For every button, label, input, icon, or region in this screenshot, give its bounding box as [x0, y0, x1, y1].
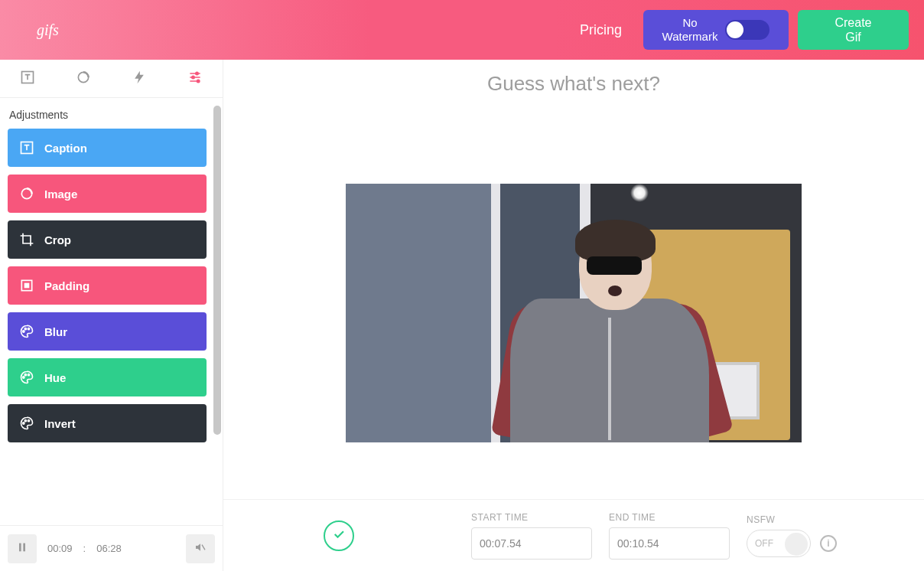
tool-tabs — [0, 60, 223, 98]
confirm-button[interactable] — [324, 520, 354, 551]
start-time-field: START TIME — [471, 512, 592, 560]
end-time-label: END TIME — [609, 512, 730, 523]
tool-tab-text[interactable] — [0, 60, 56, 97]
total-duration: 06:28 — [96, 543, 122, 554]
svg-point-15 — [23, 423, 24, 424]
svg-point-16 — [24, 420, 26, 422]
preview-area: Guess what's next? — [223, 60, 924, 571]
palette-icon — [18, 323, 35, 340]
create-gif-button[interactable]: Create Gif — [798, 10, 909, 50]
toggle-pill — [725, 20, 769, 40]
svg-point-14 — [28, 374, 29, 376]
svg-point-10 — [24, 328, 26, 330]
bottom-form: START TIME END TIME NSFW OFF i — [223, 499, 924, 571]
nsfw-field: NSFW OFF i — [747, 514, 837, 557]
current-time: 00:09 — [47, 543, 73, 554]
svg-point-2 — [195, 72, 197, 74]
start-time-input[interactable] — [471, 527, 592, 560]
end-time-field: END TIME — [609, 512, 730, 560]
end-time-input[interactable] — [609, 527, 730, 560]
app-header: gifs Pricing No Watermark Create Gif — [0, 0, 924, 60]
progress-ring-icon — [76, 70, 91, 88]
tool-tab-effects[interactable] — [112, 60, 168, 97]
adjustment-label: Padding — [44, 279, 89, 292]
adjustment-label: Invert — [44, 417, 76, 430]
toggle-knob — [727, 21, 743, 38]
tool-tab-shape[interactable] — [56, 60, 112, 97]
mute-button[interactable] — [186, 534, 215, 563]
svg-point-12 — [23, 377, 24, 378]
svg-rect-18 — [19, 543, 21, 552]
info-icon: i — [827, 538, 829, 549]
nsfw-label: NSFW — [747, 514, 837, 525]
video-wrap — [223, 103, 924, 522]
watermark-label: No Watermark — [662, 16, 718, 44]
palette-icon — [18, 415, 35, 432]
svg-rect-8 — [25, 284, 29, 288]
text-frame-icon — [20, 70, 35, 88]
adjustment-invert[interactable]: Invert — [8, 404, 207, 442]
padding-icon — [18, 277, 35, 294]
image-icon — [18, 185, 35, 202]
start-time-label: START TIME — [471, 512, 592, 523]
adjustments-title: Adjustments — [8, 106, 215, 129]
adjustment-label: Hue — [44, 371, 66, 384]
svg-point-3 — [191, 76, 194, 78]
crop-icon — [18, 231, 35, 248]
sliders-icon — [187, 70, 203, 88]
svg-point-17 — [28, 420, 29, 422]
adjustment-crop[interactable]: Crop — [8, 220, 207, 259]
svg-point-4 — [197, 80, 199, 82]
nsfw-info-button[interactable]: i — [820, 535, 837, 552]
play-bar: 00:09 : 06:28 — [0, 525, 223, 571]
video-preview[interactable] — [346, 184, 802, 442]
check-icon — [332, 527, 346, 544]
svg-point-11 — [28, 328, 29, 330]
adjustment-padding[interactable]: Padding — [8, 266, 207, 305]
adjustment-hue[interactable]: Hue — [8, 358, 207, 396]
pause-icon — [16, 541, 28, 556]
adjustment-label: Blur — [44, 325, 67, 338]
palette-icon — [18, 369, 35, 386]
adjustment-image[interactable]: Image — [8, 175, 207, 213]
nsfw-toggle[interactable]: OFF — [747, 530, 811, 557]
nsfw-value: OFF — [755, 538, 773, 549]
page-title: Guess what's next? — [223, 60, 924, 103]
confirm-area — [223, 500, 454, 572]
caption-icon — [18, 139, 35, 156]
adjustments-panel: Adjustments CaptionImageCropPaddingBlurH… — [0, 98, 223, 525]
adjustment-label: Crop — [44, 233, 71, 246]
bolt-icon — [132, 70, 147, 88]
no-watermark-toggle[interactable]: No Watermark — [643, 10, 789, 50]
pricing-link[interactable]: Pricing — [580, 22, 622, 38]
sidebar: Adjustments CaptionImageCropPaddingBlurH… — [0, 60, 223, 571]
svg-point-13 — [24, 374, 26, 376]
scrollbar-thumb[interactable] — [213, 106, 221, 435]
adjustment-blur[interactable]: Blur — [8, 312, 207, 351]
main-area: Adjustments CaptionImageCropPaddingBlurH… — [0, 60, 924, 571]
tool-tab-adjustments[interactable] — [167, 60, 223, 97]
nsfw-toggle-knob — [785, 533, 808, 556]
adjustment-caption[interactable]: Caption — [8, 129, 207, 167]
pause-button[interactable] — [8, 534, 37, 563]
svg-rect-19 — [23, 543, 25, 552]
adjustment-label: Caption — [44, 142, 87, 155]
svg-line-20 — [202, 545, 205, 550]
adjustment-label: Image — [44, 188, 77, 201]
logo: gifs — [37, 21, 59, 39]
mute-icon — [194, 541, 207, 556]
svg-point-9 — [23, 331, 24, 332]
